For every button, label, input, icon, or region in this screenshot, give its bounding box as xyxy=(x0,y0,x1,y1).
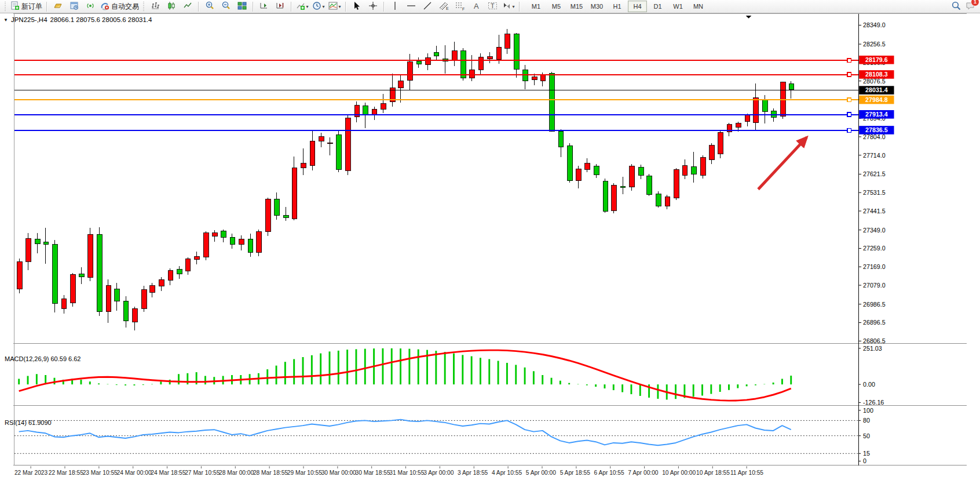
auto-scroll-button[interactable] xyxy=(256,0,272,13)
date-label: 22 Mar 2023 xyxy=(14,470,48,476)
candle-body xyxy=(647,176,652,194)
candle-body xyxy=(540,75,546,81)
candle-body xyxy=(327,143,332,143)
cursor-icon xyxy=(353,1,361,12)
crosshair-icon xyxy=(368,1,378,12)
timeframe-button-m1[interactable]: M1 xyxy=(526,1,546,12)
candle-body xyxy=(159,279,164,286)
cursor-button[interactable] xyxy=(349,0,365,13)
bar-chart-icon xyxy=(151,1,160,12)
fibonacci-button[interactable]: F xyxy=(452,0,468,13)
candle-body xyxy=(452,51,457,61)
price-tick-label: 26986.5 xyxy=(863,301,886,308)
date-label: 27 Mar 10:55 xyxy=(185,470,220,476)
chart-window[interactable]: 28349.028256.528166.528076.527986.527894… xyxy=(0,13,980,491)
price-badge-label: 28179.6 xyxy=(865,56,888,63)
profiles-button[interactable] xyxy=(50,0,66,13)
fibonacci-icon: F xyxy=(455,1,465,12)
svg-text:T: T xyxy=(491,2,495,9)
chevron-down-icon: ▾ xyxy=(512,4,514,9)
candle-body xyxy=(550,73,555,131)
candle-body xyxy=(53,245,58,303)
tile-windows-button[interactable] xyxy=(234,0,250,13)
notifications-button[interactable]: 1 xyxy=(965,1,975,13)
toolbar-grip[interactable] xyxy=(142,2,145,11)
date-label: 5 Apr 00:00 xyxy=(526,470,557,476)
line-drag-handle[interactable] xyxy=(847,98,851,102)
periods-button[interactable]: ▾ xyxy=(310,0,327,13)
zoom-in-icon xyxy=(205,1,215,12)
price-tick-label: 27441.5 xyxy=(863,208,886,214)
equidistant-channel-button[interactable]: E xyxy=(436,0,452,13)
timeframe-button-m30[interactable]: M30 xyxy=(587,1,606,12)
chart-background[interactable] xyxy=(13,13,967,478)
line-drag-handle[interactable] xyxy=(847,128,851,132)
timeframe-button-h4[interactable]: H4 xyxy=(628,1,647,12)
price-badge-label: 27836.5 xyxy=(865,126,888,133)
candle-body xyxy=(195,256,200,260)
candle-body xyxy=(576,169,581,180)
candlestick-chart-button[interactable] xyxy=(163,0,180,13)
text-button[interactable]: A xyxy=(468,0,484,13)
candle-body xyxy=(398,81,404,88)
candle-body xyxy=(505,34,510,48)
candle-body xyxy=(239,239,244,245)
date-label: 30 Mar 00:00 xyxy=(321,470,356,476)
search-icon[interactable] xyxy=(951,1,961,13)
zoom-in-button[interactable] xyxy=(202,0,218,13)
auto-trading-button[interactable]: 自动交易 xyxy=(98,0,141,13)
timeframe-button-d1[interactable]: D1 xyxy=(648,1,667,12)
date-label: 6 Apr 10:55 xyxy=(594,470,624,476)
indicators-button[interactable]: ▾ xyxy=(294,0,310,13)
date-label: 10 Apr 00:00 xyxy=(662,470,696,476)
line-drag-handle[interactable] xyxy=(847,72,851,77)
candle-body xyxy=(213,233,218,237)
zoom-out-icon xyxy=(221,1,231,12)
horizontal-line-button[interactable] xyxy=(403,0,419,13)
line-drag-handle[interactable] xyxy=(847,59,851,63)
candle-body xyxy=(568,146,573,180)
crosshair-button[interactable] xyxy=(365,0,381,13)
signals-button[interactable] xyxy=(82,0,98,13)
line-drag-handle[interactable] xyxy=(847,112,851,117)
candle-body xyxy=(434,52,439,56)
arrows-tool-button[interactable]: ▾ xyxy=(500,0,517,13)
candle-body xyxy=(203,233,209,257)
price-tick-label: 26806.5 xyxy=(863,337,886,344)
separator xyxy=(345,2,346,12)
date-label: 23 Mar 10:55 xyxy=(83,470,118,476)
date-label: 10 Apr 18:55 xyxy=(696,470,730,476)
candle-body xyxy=(682,166,688,176)
indicators-icon xyxy=(296,1,305,12)
line-chart-button[interactable] xyxy=(180,0,196,13)
date-label: 24 Mar 18:55 xyxy=(151,470,185,476)
notification-badge: 1 xyxy=(971,0,979,6)
market-watch-button[interactable] xyxy=(66,0,82,13)
candle-body xyxy=(745,114,750,121)
price-chart-svg[interactable]: 28349.028256.528166.528076.527986.527894… xyxy=(0,13,980,491)
templates-button[interactable]: ▾ xyxy=(327,0,343,13)
rsi-scale-label: 100 xyxy=(863,407,873,414)
candle-body xyxy=(177,270,182,274)
timeframe-button-h1[interactable]: H1 xyxy=(608,1,627,12)
timeframe-button-w1[interactable]: W1 xyxy=(668,1,688,12)
price-tick-label: 28256.5 xyxy=(863,41,886,48)
toolbar-grip[interactable] xyxy=(4,2,7,11)
new-order-button[interactable]: 新订单 xyxy=(9,0,44,13)
timeframe-button-m15[interactable]: M15 xyxy=(567,1,586,12)
bar-chart-button[interactable] xyxy=(147,0,163,13)
separator xyxy=(291,2,292,12)
candle-body xyxy=(381,104,386,110)
macd-scale-label: 0.00 xyxy=(863,381,875,388)
chart-shift-button[interactable] xyxy=(272,0,288,13)
timeframe-button-mn[interactable]: MN xyxy=(689,1,708,12)
trendline-button[interactable] xyxy=(419,0,436,13)
vertical-line-button[interactable] xyxy=(387,0,403,13)
zoom-out-button[interactable] xyxy=(218,0,234,13)
price-tick-label: 27169.0 xyxy=(863,263,886,270)
text-label-button[interactable]: T xyxy=(484,0,500,13)
timeframe-button-m5[interactable]: M5 xyxy=(547,1,566,12)
date-label: 7 Apr 00:00 xyxy=(628,470,659,476)
candle-body xyxy=(185,259,191,271)
rsi-scale-label: 80 xyxy=(863,417,870,424)
